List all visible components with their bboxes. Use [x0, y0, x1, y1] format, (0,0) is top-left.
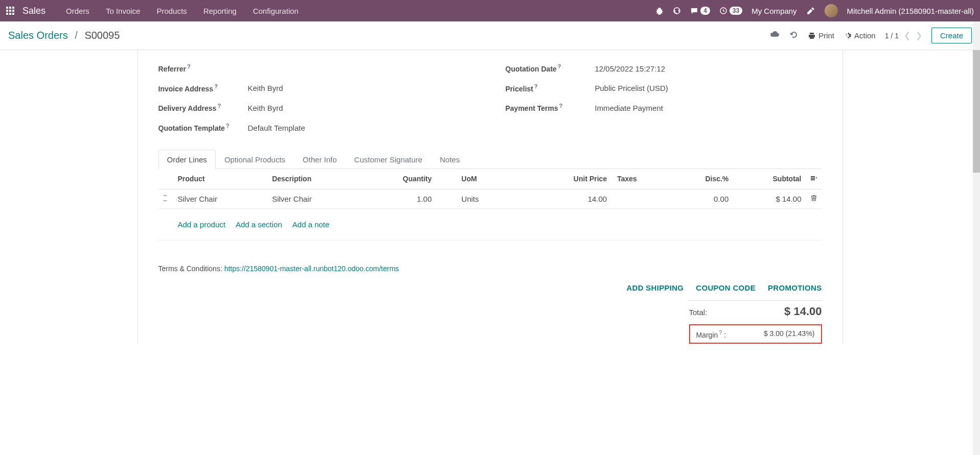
terms-link[interactable]: https://21580901-master-all.runbot120.od…	[224, 265, 399, 273]
print-button[interactable]: Print	[808, 31, 834, 40]
cell-product[interactable]: Silver Chair	[174, 189, 268, 208]
cell-disc[interactable]: 0.00	[670, 189, 733, 208]
order-actions: ADD SHIPPING COUPON CODE PROMOTIONS	[158, 271, 822, 300]
quotation-date-value[interactable]: 12/05/2022 15:27:12	[595, 64, 666, 73]
pager-next[interactable]: ❯	[916, 31, 922, 40]
nav-reporting[interactable]: Reporting	[195, 2, 245, 20]
nav-products[interactable]: Products	[148, 2, 195, 20]
avatar[interactable]	[825, 4, 838, 17]
company-switcher[interactable]: My Company	[751, 7, 796, 15]
apps-icon[interactable]	[6, 7, 14, 15]
delivery-address-label: Delivery Address?	[158, 103, 248, 112]
total-label: Total:	[689, 308, 708, 317]
activities-badge: 33	[730, 7, 742, 15]
margin-value: $ 3.00 (21.43%)	[764, 329, 815, 339]
pricelist-label: Pricelist?	[506, 83, 595, 93]
tab-order-lines[interactable]: Order Lines	[158, 150, 216, 169]
tab-optional-products[interactable]: Optional Products	[216, 150, 294, 169]
th-subtotal: Subtotal	[733, 169, 805, 189]
add-note-link[interactable]: Add a note	[292, 220, 330, 229]
add-section-link[interactable]: Add a section	[236, 220, 282, 229]
cell-qty[interactable]: 1.00	[362, 189, 436, 208]
pricelist-value[interactable]: Public Pricelist (USD)	[595, 84, 668, 92]
control-panel: Sales Orders / S00095 Print Action 1 / 1…	[0, 21, 980, 50]
help-icon[interactable]: ?	[187, 63, 191, 69]
quotation-template-label: Quotation Template?	[158, 123, 248, 132]
invoice-address-value[interactable]: Keith Byrd	[248, 84, 283, 92]
th-quantity: Quantity	[362, 169, 436, 189]
coupon-code-link[interactable]: COUPON CODE	[696, 283, 756, 292]
pager-prev[interactable]: ❮	[904, 31, 910, 40]
cell-subtotal: $ 14.00	[733, 189, 805, 208]
topbar: Sales Orders To Invoice Products Reporti…	[0, 0, 980, 21]
topbar-right: 4 33 My Company Mitchell Admin (21580901…	[655, 4, 974, 17]
add-shipping-link[interactable]: ADD SHIPPING	[626, 283, 683, 292]
messages-icon[interactable]: 4	[690, 7, 710, 15]
scrollbar-thumb[interactable]	[973, 50, 980, 173]
breadcrumb-root[interactable]: Sales Orders	[8, 30, 68, 41]
tab-other-info[interactable]: Other Info	[294, 150, 346, 169]
table-row[interactable]: Silver Chair Silver Chair 1.00 Units 14.…	[158, 189, 822, 208]
activities-icon[interactable]: 33	[719, 7, 742, 15]
cell-taxes[interactable]	[611, 189, 670, 208]
breadcrumb: Sales Orders / S00095	[8, 30, 120, 41]
totals: Total: $ 14.00	[158, 301, 822, 324]
th-disc: Disc.%	[670, 169, 733, 189]
form-sheet: Referrer? Invoice Address? Keith Byrd De…	[138, 50, 843, 344]
nav-to-invoice[interactable]: To Invoice	[98, 2, 149, 20]
help-icon[interactable]: ?	[217, 103, 221, 109]
cell-description[interactable]: Silver Chair	[268, 189, 362, 208]
pager: 1 / 1 ❮ ❯	[885, 31, 922, 40]
nav-configuration[interactable]: Configuration	[245, 2, 307, 20]
tools-icon[interactable]	[806, 6, 815, 15]
column-options-icon[interactable]	[810, 176, 818, 184]
payment-terms-value[interactable]: Immediate Payment	[595, 104, 663, 112]
referrer-label: Referrer?	[158, 63, 248, 73]
create-button[interactable]: Create	[931, 28, 972, 43]
terms-conditions: Terms & Conditions: https://21580901-mas…	[158, 265, 399, 273]
cell-unit-price[interactable]: 14.00	[529, 189, 611, 208]
th-product: Product	[174, 169, 268, 189]
help-icon[interactable]: ?	[558, 63, 561, 69]
tabs: Order Lines Optional Products Other Info…	[158, 150, 822, 169]
invoice-address-label: Invoice Address?	[158, 83, 248, 93]
drag-handle-icon[interactable]	[158, 189, 174, 208]
username[interactable]: Mitchell Admin (21580901-master-all)	[847, 7, 974, 15]
order-lines-table: Product Description Quantity UoM Unit Pr…	[158, 169, 822, 241]
th-uom: UoM	[436, 169, 529, 189]
help-icon[interactable]: ?	[719, 329, 722, 336]
bug-icon[interactable]	[655, 7, 664, 15]
action-button[interactable]: Action	[844, 31, 876, 40]
tab-customer-signature[interactable]: Customer Signature	[346, 150, 431, 169]
help-icon[interactable]: ?	[559, 103, 563, 109]
support-icon[interactable]	[673, 7, 681, 15]
undo-icon[interactable]	[789, 30, 799, 41]
cell-uom[interactable]: Units	[436, 189, 529, 208]
quotation-date-label: Quotation Date?	[506, 63, 595, 73]
nav-links: Orders To Invoice Products Reporting Con…	[58, 2, 307, 20]
th-taxes: Taxes	[611, 169, 670, 189]
help-icon[interactable]: ?	[214, 83, 218, 89]
help-icon[interactable]: ?	[534, 83, 538, 89]
th-description: Description	[268, 169, 362, 189]
app-brand[interactable]: Sales	[22, 6, 45, 16]
margin-highlight: Margin? : $ 3.00 (21.43%)	[689, 324, 822, 344]
cloud-icon[interactable]	[770, 30, 780, 41]
margin-label: Margin? :	[696, 329, 726, 339]
breadcrumb-current: S00095	[84, 30, 120, 41]
help-icon[interactable]: ?	[226, 123, 230, 129]
total-value: $ 14.00	[784, 305, 822, 318]
add-product-link[interactable]: Add a product	[178, 220, 225, 229]
delete-row-icon[interactable]	[806, 189, 822, 208]
payment-terms-label: Payment Terms?	[506, 103, 595, 112]
delivery-address-value[interactable]: Keith Byrd	[248, 104, 283, 112]
tab-notes[interactable]: Notes	[431, 150, 468, 169]
th-unit-price: Unit Price	[529, 169, 611, 189]
quotation-template-value[interactable]: Default Template	[248, 124, 305, 132]
pager-value[interactable]: 1 / 1	[885, 32, 899, 40]
nav-orders[interactable]: Orders	[58, 2, 98, 20]
messages-badge: 4	[700, 7, 710, 15]
promotions-link[interactable]: PROMOTIONS	[768, 283, 822, 292]
